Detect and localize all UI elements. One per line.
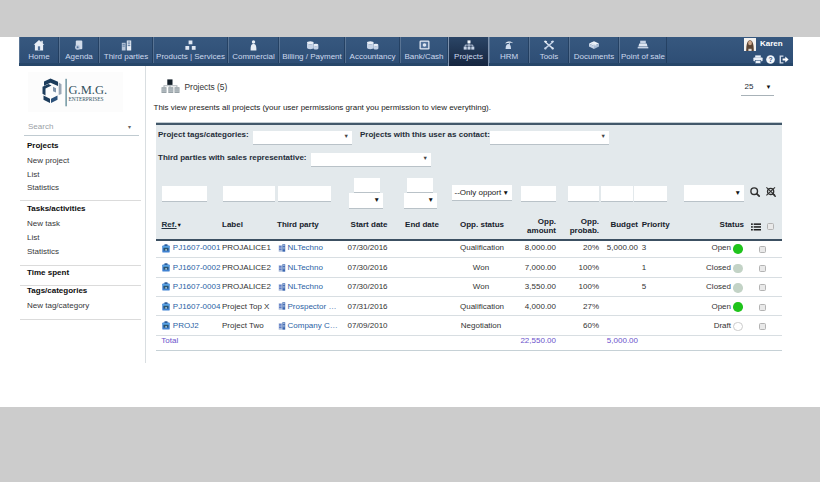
- svg-text:?: ?: [768, 55, 772, 62]
- svg-text:G.M.G.: G.M.G.: [68, 82, 107, 96]
- svg-text:ENTERPRISES: ENTERPRISES: [68, 95, 103, 101]
